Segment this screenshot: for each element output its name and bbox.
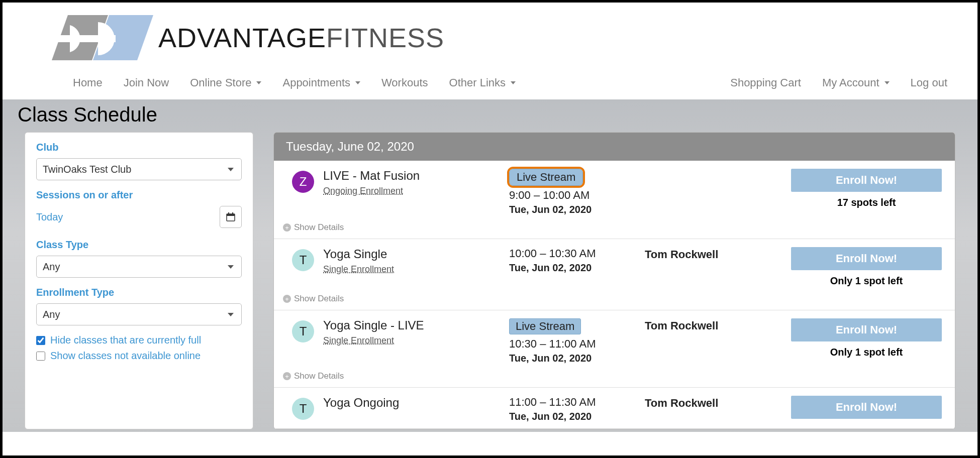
hide-full-checkbox[interactable] (36, 336, 45, 345)
enroll-button[interactable]: Enroll Now! (791, 247, 942, 270)
club-label: Club (36, 142, 242, 153)
event-date: Tue, Jun 02, 2020 (509, 353, 645, 364)
plus-icon: + (283, 295, 291, 303)
enrollment-type-link[interactable]: Single Enrollment (323, 264, 509, 275)
event-date: Tue, Jun 02, 2020 (509, 411, 645, 422)
avatar: T (292, 249, 314, 271)
filter-sidebar: Club TwinOaks Test Club Sessions on or a… (25, 132, 253, 429)
enrollment-type-link[interactable]: Ongoing Enrollment (323, 186, 509, 196)
nav-online-store[interactable]: Online Store (190, 76, 261, 89)
calendar-icon (226, 212, 235, 221)
enroll-button[interactable]: Enroll Now! (791, 318, 942, 341)
event-row: TYoga SingleSingle Enrollment10:00 – 10:… (274, 239, 955, 310)
show-details-toggle[interactable]: +Show Details (283, 371, 942, 381)
nav-my-account[interactable]: My Account (822, 76, 890, 89)
chevron-down-icon (511, 81, 516, 84)
live-stream-badge: Live Stream (509, 169, 583, 186)
svg-rect-4 (227, 214, 235, 216)
show-details-toggle[interactable]: +Show Details (283, 294, 942, 304)
svg-rect-5 (228, 212, 229, 215)
chevron-down-icon (885, 81, 890, 84)
live-stream-badge: Live Stream (509, 318, 581, 334)
instructor-name: Tom Rockwell (645, 318, 770, 332)
date-header: Tuesday, June 02, 2020 (274, 133, 955, 161)
event-time: 10:30 – 11:00 AM (509, 337, 645, 351)
class-type-select[interactable]: Any (36, 256, 242, 278)
event-time: 11:00 – 11:30 AM (509, 396, 645, 409)
event-title: Yoga Single - LIVE (323, 318, 509, 332)
avatar: T (292, 398, 314, 420)
spots-left: 17 spots left (791, 197, 942, 208)
event-title: Yoga Ongoing (323, 396, 509, 410)
chevron-down-icon (355, 81, 360, 84)
enroll-button[interactable]: Enroll Now! (791, 169, 942, 192)
calendar-button[interactable] (220, 206, 242, 228)
show-unavailable-label[interactable]: Show classes not available online (50, 350, 201, 362)
plus-icon: + (283, 372, 291, 380)
today-link[interactable]: Today (36, 211, 63, 223)
brand-name-light: FITNESS (326, 23, 444, 53)
brand-name-bold: ADVANTAGE (158, 23, 326, 53)
instructor-name: Tom Rockwell (645, 396, 770, 410)
nav-workouts[interactable]: Workouts (381, 76, 428, 89)
enrollment-type-label: Enrollment Type (36, 287, 242, 298)
page-title: Class Schedule (3, 99, 977, 132)
enrollment-type-link[interactable]: Single Enrollment (323, 335, 509, 346)
show-details-label: Show Details (294, 294, 344, 304)
sessions-label: Sessions on or after (36, 189, 242, 201)
instructor-name (645, 169, 770, 170)
event-row: ZLIVE - Mat FusionOngoing EnrollmentLive… (274, 161, 955, 239)
show-unavailable-checkbox[interactable] (36, 352, 45, 361)
event-time: 9:00 – 10:00 AM (509, 189, 645, 202)
show-details-label: Show Details (294, 371, 344, 381)
show-details-label: Show Details (294, 222, 344, 233)
spots-left: Only 1 spot left (791, 275, 942, 287)
nav-log-out[interactable]: Log out (911, 76, 947, 89)
show-details-toggle[interactable]: +Show Details (283, 222, 942, 233)
avatar: T (292, 320, 314, 342)
club-select[interactable]: TwinOaks Test Club (36, 158, 242, 180)
spots-left: Only 1 spot left (791, 347, 942, 358)
nav-home[interactable]: Home (73, 76, 103, 89)
enrollment-type-select[interactable]: Any (36, 303, 242, 325)
brand-logo: ADVANTAGEFITNESS (48, 10, 977, 65)
class-type-label: Class Type (36, 239, 242, 251)
event-title: LIVE - Mat Fusion (323, 169, 509, 183)
schedule-panel: Tuesday, June 02, 2020 ZLIVE - Mat Fusio… (273, 132, 955, 429)
avatar: Z (292, 171, 314, 193)
chevron-down-icon (256, 81, 261, 84)
nav-shopping-cart[interactable]: Shopping Cart (730, 76, 801, 89)
event-date: Tue, Jun 02, 2020 (509, 262, 645, 274)
hide-full-label[interactable]: Hide classes that are currently full (50, 334, 201, 346)
event-date: Tue, Jun 02, 2020 (509, 204, 645, 215)
enroll-button[interactable]: Enroll Now! (791, 396, 942, 419)
logo-icon (48, 10, 158, 65)
nav-appointments[interactable]: Appointments (282, 76, 360, 89)
svg-rect-6 (232, 212, 233, 215)
event-title: Yoga Single (323, 247, 509, 261)
event-row: TYoga Ongoing11:00 – 11:30 AMTue, Jun 02… (274, 388, 955, 429)
nav-join-now[interactable]: Join Now (124, 76, 169, 89)
nav-other-links[interactable]: Other Links (449, 76, 516, 89)
event-row: TYoga Single - LIVESingle EnrollmentLive… (274, 310, 955, 388)
instructor-name: Tom Rockwell (645, 247, 770, 261)
plus-icon: + (283, 223, 291, 232)
event-time: 10:00 – 10:30 AM (509, 247, 645, 260)
